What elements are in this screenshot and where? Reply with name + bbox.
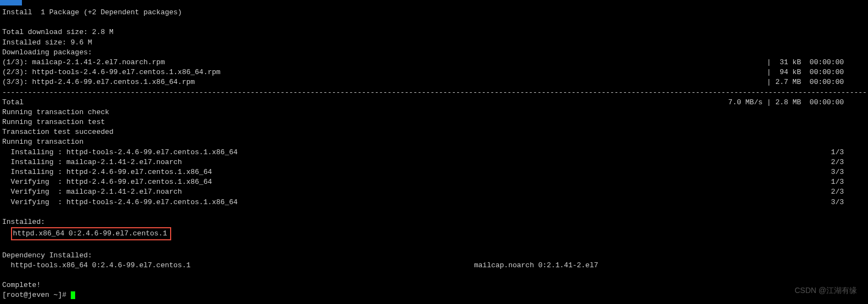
trans-test: Running transaction test [2, 117, 866, 127]
download-progress: | 2.7 MB 00:00:00 [767, 77, 866, 87]
step-row: Installing : mailcap-2.1.41-2.el7.noarch… [2, 157, 866, 167]
download-file: (1/3): mailcap-2.1.41-2.el7.noarch.rpm [2, 58, 165, 67]
blank-line [2, 240, 866, 250]
step-row: Verifying : mailcap-2.1.41-2.el7.noarch … [2, 187, 866, 197]
download-row: (1/3): mailcap-2.1.41-2.el7.noarch.rpm |… [2, 58, 866, 67]
step-count: 3/3 [831, 167, 866, 177]
install-summary: Install 1 Package (+2 Dependent packages… [2, 8, 866, 18]
step-row: Installing : httpd-2.4.6-99.el7.centos.1… [2, 167, 866, 177]
download-progress: | 31 kB 00:00:00 [767, 58, 866, 67]
total-label: Total [2, 98, 24, 108]
dep-pkg: httpd-tools.x86_64 0:2.4.6-99.el7.centos… [2, 261, 474, 271]
trans-run: Running transaction [2, 137, 866, 147]
step-count: 2/3 [831, 187, 866, 197]
download-progress: | 94 kB 00:00:00 [767, 67, 866, 77]
installed-pkg-highlight: httpd.x86_64 0:2.4.6-99.el7.centos.1 [11, 227, 172, 240]
step-text: Installing : mailcap-2.1.41-2.el7.noarch [2, 157, 182, 167]
installed-heading: Installed: [2, 217, 866, 227]
step-count: 1/3 [831, 148, 866, 157]
prompt-text: [root@jeven ~]# [2, 291, 71, 299]
download-file: (3/3): httpd-2.4.6-99.el7.centos.1.x86_6… [2, 77, 195, 87]
step-row: Installing : httpd-tools-2.4.6-99.el7.ce… [2, 148, 866, 157]
step-text: Installing : httpd-2.4.6-99.el7.centos.1… [2, 167, 212, 177]
download-row: (2/3): httpd-tools-2.4.6-99.el7.centos.1… [2, 67, 866, 77]
step-text: Verifying : httpd-tools-2.4.6-99.el7.cen… [2, 198, 238, 207]
installed-size: Installed size: 9.6 M [2, 38, 866, 48]
trans-succeeded: Transaction test succeeded [2, 127, 866, 137]
separator-line: ----------------------------------------… [2, 88, 866, 98]
step-count: 3/3 [831, 198, 866, 207]
cursor-icon [71, 291, 75, 299]
step-text: Installing : httpd-tools-2.4.6-99.el7.ce… [2, 148, 238, 157]
terminal[interactable]: Install 1 Package (+2 Dependent packages… [0, 5, 868, 302]
dep-installed-heading: Dependency Installed: [2, 251, 866, 261]
download-row: (3/3): httpd-2.4.6-99.el7.centos.1.x86_6… [2, 77, 866, 87]
active-tab[interactable] [0, 0, 22, 5]
tab-bar [0, 0, 868, 5]
watermark: CSDN @江湖有缘 [794, 285, 857, 296]
complete-line: Complete! [2, 280, 866, 290]
total-row: Total 7.0 MB/s | 2.8 MB 00:00:00 [2, 98, 866, 108]
step-count: 1/3 [831, 177, 866, 187]
dep-pkg: mailcap.noarch 0:2.1.41-2.el7 [474, 261, 598, 271]
installed-pkg-row: httpd.x86_64 0:2.4.6-99.el7.centos.1 [2, 227, 866, 240]
step-text: Verifying : httpd-2.4.6-99.el7.centos.1.… [2, 177, 212, 187]
step-count: 2/3 [831, 157, 866, 167]
step-row: Verifying : httpd-2.4.6-99.el7.centos.1.… [2, 177, 866, 187]
trans-check: Running transaction check [2, 108, 866, 117]
blank-line [2, 18, 866, 27]
blank-line [2, 207, 866, 217]
shell-prompt[interactable]: [root@jeven ~]# [2, 290, 866, 300]
total-value: 7.0 MB/s | 2.8 MB 00:00:00 [728, 98, 866, 108]
download-file: (2/3): httpd-tools-2.4.6-99.el7.centos.1… [2, 67, 221, 77]
downloading-heading: Downloading packages: [2, 48, 866, 58]
dep-installed-row: httpd-tools.x86_64 0:2.4.6-99.el7.centos… [2, 261, 866, 271]
step-text: Verifying : mailcap-2.1.41-2.el7.noarch [2, 187, 182, 197]
step-row: Verifying : httpd-tools-2.4.6-99.el7.cen… [2, 198, 866, 207]
blank-line [2, 271, 866, 280]
download-size: Total download size: 2.8 M [2, 27, 866, 37]
